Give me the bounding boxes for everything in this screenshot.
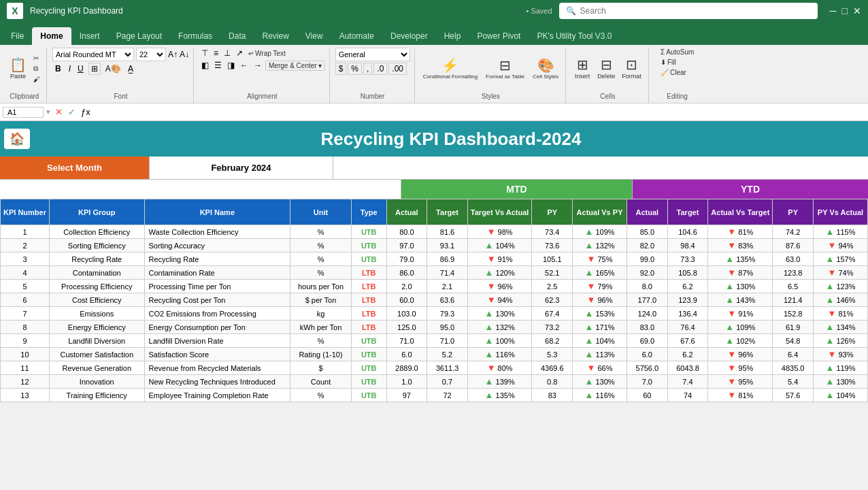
merge-center-button[interactable]: Merge & Center ▾: [265, 61, 325, 71]
table-cell: ▲ 130%: [708, 280, 773, 293]
tab-page-layout[interactable]: Page Layout: [108, 27, 170, 45]
cells-content: ⊞ Insert ⊟ Delete ⊡ Format: [571, 48, 644, 90]
minimize-btn[interactable]: ─: [830, 5, 837, 16]
fill-button[interactable]: ⬇ Fill: [658, 58, 678, 67]
tab-pk-utility[interactable]: PK's Utility Tool V3.0: [529, 27, 620, 45]
cut-button[interactable]: ✂: [31, 54, 42, 63]
table-cell: CO2 Emissions from Processing: [144, 307, 290, 321]
tab-review[interactable]: Review: [254, 27, 297, 45]
copy-icon: ⧉: [33, 65, 38, 73]
cell-styles-button[interactable]: 🎨 Cell Styles: [530, 52, 561, 86]
table-cell: kWh per Ton: [290, 321, 352, 334]
merge-dropdown-icon: ▾: [318, 62, 322, 69]
table-cell: 60: [627, 389, 668, 402]
fill-color-button[interactable]: A🎨: [103, 63, 123, 74]
table-cell: ▲ 171%: [573, 321, 627, 334]
table-cell: 5.2: [427, 348, 468, 361]
paste-button[interactable]: 📋 Paste: [7, 50, 29, 87]
tab-automate[interactable]: Automate: [331, 27, 382, 45]
tab-data[interactable]: Data: [220, 27, 254, 45]
fill-icon: ⬇: [661, 59, 666, 66]
autosum-button[interactable]: Σ AutoSum: [658, 48, 696, 56]
insert-button[interactable]: ⊞ Insert: [571, 50, 593, 87]
percent-button[interactable]: %: [348, 63, 362, 75]
increase-font-btn[interactable]: A↑: [168, 50, 178, 59]
table-cell: 73.3: [667, 252, 708, 266]
decrease-indent-button[interactable]: ←: [238, 60, 250, 71]
ribbon-group-styles: ⚡ Conditional Formatting ⊟ Format as Tab…: [416, 48, 567, 103]
confirm-formula-button[interactable]: ✓: [66, 107, 78, 117]
tab-view[interactable]: View: [297, 27, 331, 45]
italic-button[interactable]: I: [67, 63, 73, 74]
align-left-button[interactable]: ◧: [199, 60, 211, 71]
tab-file[interactable]: File: [3, 27, 32, 45]
align-middle-button[interactable]: ≡: [212, 48, 220, 59]
col-mtd-target: Target: [427, 199, 468, 225]
formula-input[interactable]: [95, 108, 865, 116]
tab-power-pivot[interactable]: Power Pivot: [469, 27, 529, 45]
maximize-btn[interactable]: □: [842, 5, 848, 16]
section-headers: MTD YTD: [0, 180, 868, 199]
table-cell: 123.9: [667, 293, 708, 307]
font-size-select[interactable]: 22: [136, 48, 166, 61]
delete-button[interactable]: ⊟ Delete: [595, 50, 618, 87]
clear-button[interactable]: 🧹 Clear: [658, 68, 688, 77]
conditional-formatting-button[interactable]: ⚡ Conditional Formatting: [420, 52, 480, 86]
currency-button[interactable]: $: [335, 63, 347, 75]
table-cell: ▲ 132%: [573, 239, 627, 252]
format-button[interactable]: ⊡ Format: [619, 50, 644, 87]
orientation-button[interactable]: ↗: [234, 48, 245, 59]
arrow-up-icon: ▲: [585, 240, 594, 250]
table-row: 3Recycling RateRecycling Rate%UTB79.086.…: [1, 252, 868, 266]
decrease-font-btn[interactable]: A↓: [180, 50, 189, 59]
increase-decimal-button[interactable]: .00: [388, 63, 407, 75]
table-cell: Customer Satisfaction: [49, 348, 144, 361]
align-top-button[interactable]: ⊤: [199, 48, 210, 59]
tab-formulas[interactable]: Formulas: [170, 27, 220, 45]
close-btn[interactable]: ✕: [853, 5, 861, 16]
align-right-button[interactable]: ◨: [225, 60, 237, 71]
tab-insert[interactable]: Insert: [71, 27, 108, 45]
insert-function-button[interactable]: ƒx: [79, 107, 93, 117]
table-row: 7EmissionsCO2 Emissions from Processingk…: [1, 307, 868, 321]
ribbon-group-alignment: ⊤ ≡ ⊥ ↗ ↵ Wrap Text ◧ ☰ ◨ ← → Merge & Ce…: [195, 48, 330, 103]
increase-indent-button[interactable]: →: [252, 60, 264, 71]
cell-reference-box[interactable]: A1: [3, 107, 44, 118]
table-row: 10Customer SatisfactionSatisfaction Scor…: [1, 348, 868, 361]
table-row: 4ContaminationContamination Rate%LTB86.0…: [1, 266, 868, 280]
underline-button[interactable]: U: [76, 63, 86, 74]
copy-button[interactable]: ⧉: [31, 64, 42, 74]
tab-developer[interactable]: Developer: [382, 27, 436, 45]
table-cell: LTB: [351, 280, 386, 293]
table-cell: Satisfaction Score: [144, 348, 290, 361]
search-box[interactable]: 🔍: [559, 3, 818, 19]
arrow-down-icon: ▼: [587, 363, 596, 373]
cancel-formula-button[interactable]: ✕: [53, 107, 65, 117]
format-painter-button[interactable]: 🖌: [31, 75, 42, 84]
expand-cell-ref-icon[interactable]: ▾: [46, 108, 50, 116]
font-name-select[interactable]: Arial Rounded MT: [52, 48, 134, 61]
tab-home[interactable]: Home: [32, 27, 71, 45]
type-badge: UTB: [361, 350, 377, 359]
table-cell: 71.0: [427, 334, 468, 348]
select-month-button[interactable]: Select Month: [0, 157, 150, 179]
comma-button[interactable]: ,: [363, 63, 372, 75]
bold-button[interactable]: B: [52, 63, 64, 75]
font-row1: Arial Rounded MT 22 A↑ A↓: [52, 48, 189, 61]
table-cell: UTB: [351, 348, 386, 361]
table-cell: 86.0: [386, 266, 427, 280]
format-as-table-icon: ⊟: [499, 59, 511, 72]
tab-help[interactable]: Help: [436, 27, 469, 45]
borders-button[interactable]: ⊞: [88, 63, 101, 75]
col-ytd-pvsa: PY Vs Actual: [813, 199, 867, 225]
wrap-text-button[interactable]: ↵ Wrap Text: [246, 48, 288, 59]
table-cell: Emissions: [49, 307, 144, 321]
search-input[interactable]: [580, 6, 811, 16]
align-bottom-button[interactable]: ⊥: [222, 48, 233, 59]
number-format-select[interactable]: General: [335, 48, 410, 61]
align-center-button[interactable]: ☰: [212, 60, 224, 71]
font-color-button[interactable]: A̲: [126, 63, 135, 74]
excel-logo: X: [7, 3, 23, 19]
format-as-table-button[interactable]: ⊟ Format as Table: [483, 52, 527, 86]
decrease-decimal-button[interactable]: .0: [373, 63, 387, 75]
